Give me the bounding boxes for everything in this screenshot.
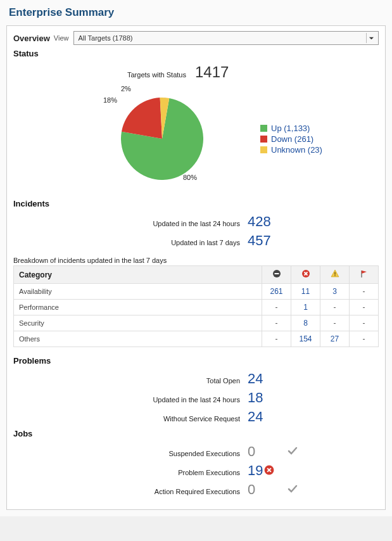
table-row: Performance-1--: [14, 300, 379, 315]
legend-unknown-label: Unknown (23): [271, 145, 322, 155]
legend-up-label: Up (1,133): [271, 124, 310, 133]
cell-warning: -: [320, 315, 350, 331]
pie-pct-unknown: 2%: [121, 85, 131, 92]
svg-rect-5: [334, 275, 335, 276]
incidents-breakdown-table: Category: [13, 265, 379, 347]
problems-heading: Problems: [13, 356, 379, 366]
flag-icon: [360, 269, 369, 278]
cell-blackout: -: [262, 315, 291, 331]
pie-chart: 80% 18% 2%: [96, 85, 241, 193]
jobs-action-required: Action Required Executions 0: [13, 481, 379, 498]
jobs-suspended: Suspended Executions 0: [13, 443, 379, 460]
table-row: Security-8--: [14, 315, 379, 331]
cell-fatal[interactable]: 1: [291, 300, 320, 315]
problems-without-sr-label: Without Service Request: [13, 415, 248, 423]
legend-down-label: Down (261): [271, 134, 313, 144]
check-icon: [287, 483, 298, 494]
pie-chart-area: 80% 18% 2% Up (1,133) Down (261) Unknown…: [13, 85, 379, 193]
warning-icon: [331, 269, 339, 278]
pie-pct-down: 18%: [103, 96, 117, 104]
legend-unknown[interactable]: Unknown (23): [260, 145, 322, 155]
view-select[interactable]: All Targets (1788): [73, 31, 379, 45]
check-icon: [287, 445, 298, 456]
jobs-problem: Problem Executions 19: [13, 462, 379, 479]
cell-category: Security: [14, 315, 262, 331]
cell-warning[interactable]: 3: [320, 284, 350, 300]
cell-flag: -: [350, 284, 379, 300]
page-title: Enterprise Summary: [9, 6, 386, 19]
jobs-suspended-value[interactable]: 0: [248, 443, 286, 460]
problems-total-open: Total Open 24: [13, 371, 379, 387]
svg-rect-4: [334, 272, 335, 275]
problems-updated-24h-label: Updated in the last 24 hours: [13, 396, 248, 404]
error-icon: [301, 269, 310, 278]
incidents-updated-24h: Updated in the last 24 hours 428: [13, 213, 379, 230]
legend-down[interactable]: Down (261): [260, 134, 322, 144]
jobs-problem-label: Problem Executions: [13, 469, 248, 476]
incidents-updated-7d-label: Updated in last 7 days: [13, 239, 248, 246]
page: Enterprise Summary Overview View All Tar…: [0, 0, 392, 516]
pie-svg: [121, 98, 203, 180]
svg-rect-2: [274, 273, 279, 274]
cell-blackout[interactable]: 261: [262, 284, 291, 300]
view-label: View: [54, 34, 69, 42]
error-icon: [264, 465, 274, 475]
incidents-updated-7d: Updated in last 7 days 457: [13, 232, 379, 249]
cell-fatal[interactable]: 8: [291, 315, 320, 331]
targets-with-status-value: 1417: [195, 63, 229, 81]
problems-updated-24h: Updated in the last 24 hours 18: [13, 390, 379, 406]
pie-legend: Up (1,133) Down (261) Unknown (23): [260, 122, 322, 156]
table-row: Availability261113-: [14, 284, 379, 300]
col-fatal[interactable]: [291, 266, 320, 284]
jobs-heading: Jobs: [13, 429, 379, 438]
incidents-heading: Incidents: [13, 199, 379, 208]
overview-row: Overview View All Targets (1788): [13, 31, 379, 45]
summary-panel: Overview View All Targets (1788) Status …: [6, 25, 386, 510]
status-heading: Status: [13, 49, 379, 58]
problems-updated-24h-value[interactable]: 18: [248, 390, 286, 406]
view-select-value: All Targets (1788): [78, 34, 132, 42]
targets-with-status-label: Targets with Status: [127, 71, 186, 79]
cell-warning[interactable]: 27: [320, 331, 350, 347]
cell-flag: -: [350, 315, 379, 331]
breakdown-caption: Breakdown of incidents updated in the la…: [13, 257, 379, 264]
cell-warning: -: [320, 300, 350, 315]
col-blackout[interactable]: [262, 266, 291, 284]
overview-label: Overview: [13, 34, 50, 43]
jobs-action-required-label: Action Required Executions: [13, 488, 248, 495]
col-flag[interactable]: [350, 266, 379, 284]
swatch-unknown-icon: [260, 146, 267, 153]
legend-up[interactable]: Up (1,133): [260, 124, 322, 133]
cell-blackout: -: [262, 300, 291, 315]
col-warning[interactable]: [320, 266, 350, 284]
cell-flag: -: [350, 331, 379, 347]
swatch-up-icon: [260, 125, 267, 132]
jobs-problem-value[interactable]: 19: [248, 462, 263, 479]
cell-category: Performance: [14, 300, 262, 315]
status-header: Targets with Status 1417: [127, 63, 379, 81]
cell-flag: -: [350, 300, 379, 315]
cell-category: Availability: [14, 284, 262, 300]
problems-without-sr-value[interactable]: 24: [248, 409, 286, 425]
incidents-updated-7d-value[interactable]: 457: [248, 232, 286, 249]
table-row: Others-15427-: [14, 331, 379, 347]
blackout-icon: [272, 269, 281, 278]
pie-slice-down[interactable]: [122, 98, 162, 139]
cell-fatal[interactable]: 154: [291, 331, 320, 347]
cell-category: Others: [14, 331, 262, 347]
pie-pct-up: 80%: [183, 174, 197, 181]
chevron-down-icon: [366, 33, 376, 43]
jobs-action-required-value[interactable]: 0: [248, 481, 286, 498]
jobs-suspended-label: Suspended Executions: [13, 450, 248, 457]
col-category[interactable]: Category: [14, 266, 262, 284]
table-header-row: Category: [14, 266, 379, 284]
cell-fatal[interactable]: 11: [291, 284, 320, 300]
swatch-down-icon: [260, 136, 267, 143]
problems-total-open-label: Total Open: [13, 377, 248, 385]
incidents-updated-24h-value[interactable]: 428: [248, 213, 286, 230]
incidents-updated-24h-label: Updated in the last 24 hours: [13, 220, 248, 227]
problems-total-open-value[interactable]: 24: [248, 371, 286, 387]
problems-without-sr: Without Service Request 24: [13, 409, 379, 425]
cell-blackout: -: [262, 331, 291, 347]
